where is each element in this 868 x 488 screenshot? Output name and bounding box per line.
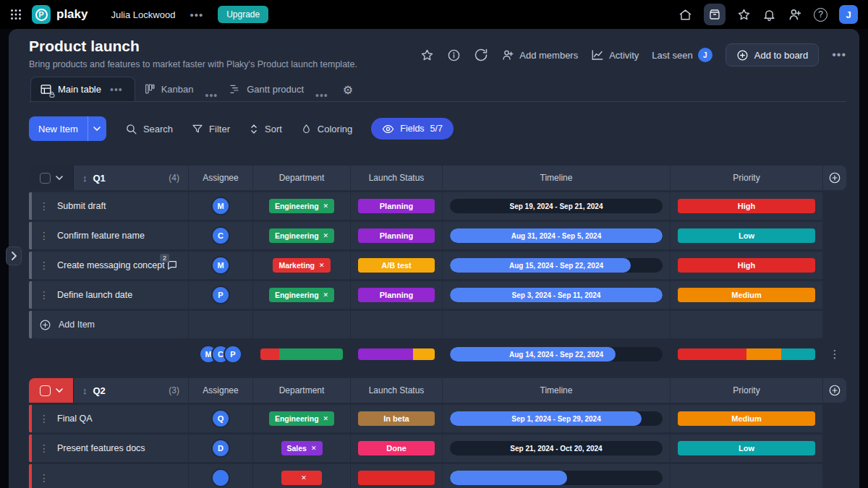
department-tag[interactable]: Marketing✕ bbox=[273, 258, 330, 273]
priority-pill[interactable]: High bbox=[678, 199, 815, 213]
last-seen-avatar[interactable]: J bbox=[698, 48, 712, 62]
status-pill[interactable]: A/B test bbox=[358, 258, 435, 273]
drag-handle-icon[interactable]: ⋮ bbox=[39, 260, 49, 271]
timeline-cell[interactable]: Sep 21, 2024 - Oct 20, 2024 bbox=[443, 435, 670, 462]
column-header-launch-status[interactable]: Launch Status bbox=[351, 378, 442, 403]
add-item-row[interactable]: Add Item bbox=[29, 311, 188, 338]
favorite-board-star-icon[interactable] bbox=[420, 48, 434, 62]
group-select-zone[interactable] bbox=[29, 378, 74, 403]
item-name-cell[interactable]: ⋮ Create messaging concept 2 bbox=[29, 252, 188, 279]
reorder-group-icon[interactable]: ↕ bbox=[82, 173, 88, 184]
group-checkbox[interactable] bbox=[40, 173, 51, 184]
priority-summary[interactable] bbox=[671, 341, 822, 368]
status-pill[interactable]: Planning bbox=[358, 228, 435, 243]
tab-main-table[interactable]: Main table ••• bbox=[30, 77, 135, 101]
group-title[interactable]: ↕ Q2 (3) bbox=[74, 385, 188, 396]
priority-pill[interactable]: Low bbox=[678, 441, 815, 455]
group-select-zone[interactable] bbox=[29, 166, 74, 190]
department-summary[interactable] bbox=[253, 341, 350, 368]
group-name[interactable]: Q2 bbox=[93, 385, 106, 396]
status-pill[interactable] bbox=[358, 471, 435, 485]
launch-status-cell[interactable] bbox=[351, 464, 442, 488]
group-menu-icon[interactable]: ⋮ bbox=[830, 348, 841, 361]
user-avatar[interactable]: J bbox=[839, 5, 858, 24]
upgrade-button[interactable]: Upgrade bbox=[218, 6, 268, 23]
item-name-cell[interactable]: ⋮ Confirm feature name bbox=[29, 222, 188, 249]
drag-handle-icon[interactable]: ⋮ bbox=[39, 230, 49, 241]
remove-tag-icon[interactable]: ✕ bbox=[323, 232, 329, 239]
launch-status-cell[interactable]: Planning bbox=[351, 222, 442, 249]
department-tag[interactable]: Engineering✕ bbox=[269, 199, 334, 213]
home-icon[interactable] bbox=[678, 8, 692, 22]
department-tag[interactable]: Engineering✕ bbox=[269, 228, 334, 243]
priority-cell[interactable]: Medium bbox=[671, 281, 822, 309]
tab-gantt-menu-icon[interactable]: ••• bbox=[312, 90, 331, 101]
workspace-user-name[interactable]: Julia Lockwood bbox=[111, 9, 175, 20]
department-cell[interactable]: ✕ bbox=[253, 464, 350, 488]
add-column-button[interactable] bbox=[823, 378, 846, 403]
department-cell[interactable]: Engineering✕ bbox=[253, 281, 350, 309]
timeline-cell[interactable] bbox=[443, 464, 670, 488]
drag-handle-icon[interactable]: ⋮ bbox=[39, 200, 49, 212]
department-tag[interactable]: Engineering✕ bbox=[269, 411, 334, 426]
priority-pill[interactable]: Low bbox=[678, 228, 815, 243]
reorder-group-icon[interactable]: ↕ bbox=[82, 385, 88, 396]
add-item-button[interactable]: Add Item bbox=[39, 319, 95, 331]
column-header-assignee[interactable]: Assignee bbox=[189, 378, 252, 403]
timeline-bar[interactable]: Aug 31, 2024 - Sep 5, 2024 bbox=[450, 228, 663, 243]
timeline-bar[interactable]: Sep 3, 2024 - Sep 11, 2024 bbox=[450, 288, 663, 302]
column-header-priority[interactable]: Priority bbox=[671, 166, 822, 190]
assignee-avatar[interactable]: P bbox=[225, 346, 241, 362]
tab-main-table-menu-icon[interactable]: ••• bbox=[107, 84, 126, 95]
timeline-bar[interactable]: Sep 21, 2024 - Oct 20, 2024 bbox=[450, 441, 663, 455]
launch-status-cell[interactable]: Planning bbox=[351, 192, 442, 220]
views-settings-gear-icon[interactable]: ⚙ bbox=[343, 83, 353, 101]
assignee-avatar[interactable]: Q bbox=[213, 411, 229, 427]
remove-tag-icon[interactable]: ✕ bbox=[301, 474, 307, 481]
remove-tag-icon[interactable]: ✕ bbox=[323, 291, 329, 299]
priority-cell[interactable]: Low bbox=[671, 222, 822, 249]
favorites-star-icon[interactable] bbox=[737, 8, 751, 22]
launch-status-cell[interactable]: Planning bbox=[351, 281, 442, 309]
invite-people-icon[interactable] bbox=[788, 7, 802, 22]
assignee-avatar[interactable]: C bbox=[213, 228, 229, 244]
collapse-group-chevron-icon[interactable] bbox=[56, 176, 63, 180]
column-header-launch-status[interactable]: Launch Status bbox=[351, 166, 442, 190]
plaky-logo[interactable]: P bbox=[32, 5, 51, 24]
sort-button[interactable]: Sort bbox=[249, 123, 282, 135]
tab-kanban-menu-icon[interactable]: ••• bbox=[203, 90, 221, 101]
timeline-cell[interactable]: Sep 3, 2024 - Sep 11, 2024 bbox=[443, 281, 670, 309]
item-name-cell[interactable]: ⋮ Define launch date bbox=[29, 281, 188, 309]
department-cell[interactable]: Engineering✕ bbox=[253, 192, 350, 220]
column-header-department[interactable]: Department bbox=[253, 378, 350, 403]
activity-button[interactable]: Activity bbox=[591, 48, 639, 61]
add-to-board-button[interactable]: Add to board bbox=[726, 43, 819, 67]
launch-status-cell[interactable]: In beta bbox=[351, 405, 442, 432]
priority-cell[interactable]: High bbox=[671, 252, 822, 279]
apps-grid-icon[interactable] bbox=[10, 9, 22, 20]
priority-pill[interactable] bbox=[678, 471, 815, 485]
board-menu-icon[interactable]: ••• bbox=[832, 48, 846, 61]
drag-handle-icon[interactable]: ⋮ bbox=[39, 413, 49, 424]
priority-pill[interactable]: High bbox=[678, 258, 815, 273]
board-info-icon[interactable] bbox=[447, 48, 461, 62]
assignee-cell[interactable]: D bbox=[189, 435, 252, 462]
assignee-avatar[interactable]: D bbox=[213, 440, 229, 456]
status-pill[interactable]: Planning bbox=[358, 199, 435, 213]
launch-status-cell[interactable]: Done bbox=[351, 435, 442, 462]
comments-icon[interactable]: 2 bbox=[166, 260, 178, 271]
status-pill[interactable]: Planning bbox=[358, 288, 435, 302]
add-column-button[interactable] bbox=[823, 166, 846, 190]
department-tag[interactable]: Engineering✕ bbox=[269, 288, 334, 302]
remove-tag-icon[interactable]: ✕ bbox=[323, 202, 329, 210]
timeline-bar[interactable] bbox=[450, 471, 663, 485]
search-button[interactable]: Search bbox=[125, 123, 173, 135]
collapse-group-chevron-icon[interactable] bbox=[56, 388, 63, 393]
drag-handle-icon[interactable]: ⋮ bbox=[39, 442, 49, 454]
assignee-cell[interactable]: M bbox=[189, 192, 252, 220]
item-name-cell[interactable]: ⋮ Submit draft bbox=[29, 192, 188, 220]
timeline-cell[interactable]: Sep 19, 2024 - Sep 21, 2024 bbox=[443, 192, 670, 220]
column-header-priority[interactable]: Priority bbox=[671, 378, 822, 403]
remove-tag-icon[interactable]: ✕ bbox=[323, 415, 329, 422]
tab-gantt[interactable]: Gantt product bbox=[221, 77, 312, 101]
